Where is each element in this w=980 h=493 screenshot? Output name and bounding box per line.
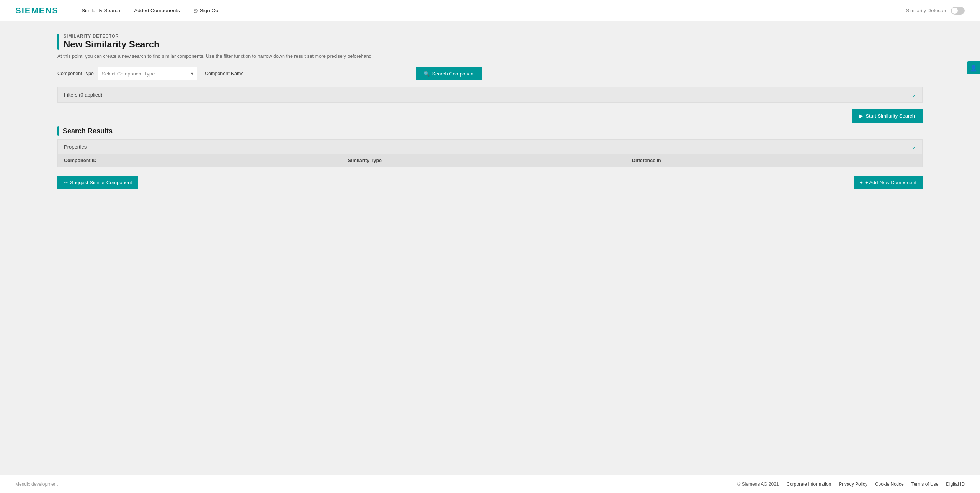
play-icon: ▶ [859, 113, 863, 119]
component-name-input[interactable] [247, 67, 408, 80]
footer-digital-id[interactable]: Digital ID [946, 482, 965, 487]
results-accent-bar [57, 126, 59, 136]
col-difference-in: Difference In [632, 158, 916, 163]
signout-label: Sign Out [200, 8, 220, 13]
component-type-select[interactable]: Select Component Type [98, 67, 197, 80]
page-header: SIMILARITY DETECTOR New Similarity Searc… [57, 34, 923, 50]
navbar: SIEMENS Similarity Search Added Componen… [0, 0, 980, 21]
results-title-row: Search Results [57, 126, 923, 136]
footer-copyright: © Siemens AG 2021 [737, 482, 779, 487]
results-title: Search Results [63, 127, 113, 135]
user-icon-button[interactable]: 👤 [967, 61, 980, 74]
nav-added-components[interactable]: Added Components [134, 8, 180, 13]
nav-similarity-search[interactable]: Similarity Search [82, 8, 120, 13]
search-row: Component Type Select Component Type Com… [57, 67, 923, 80]
properties-header[interactable]: Properties ⌄ [58, 140, 922, 154]
results-header-row: ▶ Start Similarity Search [57, 109, 923, 123]
page-title: New Similarity Search [64, 39, 160, 50]
search-btn-label: Search Component [432, 71, 475, 77]
filters-header[interactable]: Filters (0 applied) ⌄ [58, 87, 922, 102]
search-component-button[interactable]: 🔍 Search Component [416, 67, 482, 80]
header-accent-bar [57, 34, 59, 50]
header-content: SIMILARITY DETECTOR New Similarity Searc… [64, 34, 160, 50]
navbar-links: Similarity Search Added Components ⎋ Sig… [82, 7, 906, 14]
pencil-icon: ✏ [64, 180, 68, 185]
user-icon: 👤 [970, 64, 977, 72]
similarity-detector-toggle[interactable] [951, 7, 965, 15]
footer-links: © Siemens AG 2021 Corporate Information … [737, 482, 965, 487]
component-type-label: Component Type [57, 71, 94, 76]
footer-cookie-notice[interactable]: Cookie Notice [875, 482, 904, 487]
main-content: SIMILARITY DETECTOR New Similarity Searc… [0, 21, 980, 475]
start-search-label: Start Similarity Search [866, 113, 915, 119]
siemens-logo: SIEMENS [15, 6, 59, 16]
nav-signout[interactable]: ⎋ Sign Out [194, 7, 220, 14]
suggest-similar-component-button[interactable]: ✏ Suggest Similar Component [57, 176, 138, 189]
page-description: At this point, you can create a new sear… [57, 54, 923, 59]
add-btn-label: + Add New Component [865, 180, 916, 185]
component-type-select-wrapper: Select Component Type [98, 67, 197, 80]
suggest-btn-label: Suggest Similar Component [70, 180, 132, 185]
page-subtitle: SIMILARITY DETECTOR [64, 34, 160, 38]
component-type-group: Component Type Select Component Type [57, 67, 197, 80]
filters-title: Filters (0 applied) [64, 92, 102, 98]
footer-corporate-information[interactable]: Corporate Information [787, 482, 831, 487]
plus-icon: + [860, 180, 863, 185]
component-name-group: Component Name [205, 67, 408, 80]
properties-chevron-icon: ⌄ [911, 144, 916, 150]
search-icon: 🔍 [423, 71, 430, 77]
table-header-row: Component ID Similarity Type Difference … [58, 154, 922, 167]
properties-title: Properties [64, 144, 87, 150]
filters-chevron-icon: ⌄ [911, 92, 916, 98]
footer-dev-label: Mendix development [15, 482, 58, 487]
navbar-right: Similarity Detector [906, 7, 965, 15]
action-row: ✏ Suggest Similar Component + + Add New … [57, 172, 923, 193]
add-new-component-button[interactable]: + + Add New Component [854, 176, 923, 189]
component-name-label: Component Name [205, 71, 243, 76]
properties-section: Properties ⌄ Component ID Similarity Typ… [57, 139, 923, 167]
footer: Mendix development © Siemens AG 2021 Cor… [0, 475, 980, 493]
filters-section: Filters (0 applied) ⌄ [57, 87, 923, 103]
footer-terms-of-use[interactable]: Terms of Use [911, 482, 939, 487]
col-component-id: Component ID [64, 158, 348, 163]
footer-privacy-policy[interactable]: Privacy Policy [839, 482, 867, 487]
signout-icon: ⎋ [194, 7, 198, 14]
col-similarity-type: Similarity Type [348, 158, 632, 163]
start-similarity-search-button[interactable]: ▶ Start Similarity Search [852, 109, 923, 123]
similarity-detector-label: Similarity Detector [906, 8, 946, 13]
